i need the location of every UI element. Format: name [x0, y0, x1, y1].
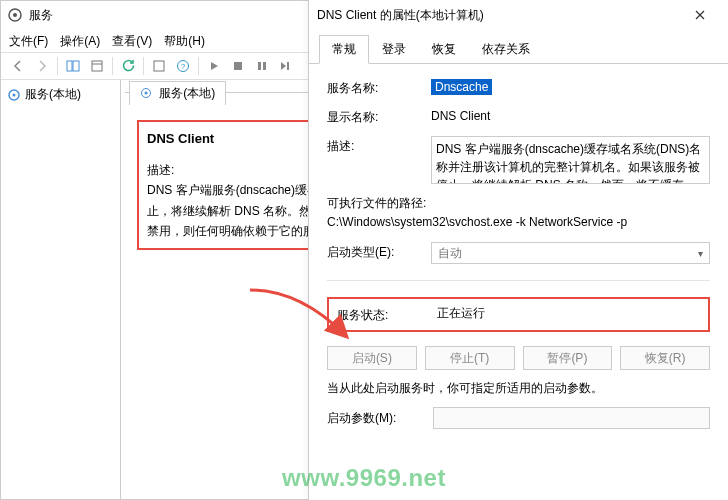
fwd-button[interactable]: [31, 55, 53, 77]
help-button[interactable]: ?: [172, 55, 194, 77]
services-icon: [7, 7, 23, 23]
label-exe-path: 可执行文件的路径:: [327, 194, 710, 213]
stop-svc-button[interactable]: [227, 55, 249, 77]
svg-rect-12: [287, 62, 289, 70]
properties-dialog: DNS Client 的属性(本地计算机) 常规 登录 恢复 依存关系 服务名称…: [308, 0, 728, 500]
content-tab[interactable]: 服务(本地): [129, 81, 226, 105]
menu-help[interactable]: 帮助(H): [164, 33, 205, 50]
export-button[interactable]: [148, 55, 170, 77]
svg-rect-11: [263, 62, 266, 70]
svg-point-14: [13, 93, 16, 96]
start-params-input[interactable]: [433, 407, 710, 429]
pause-button[interactable]: 暂停(P): [523, 346, 613, 370]
menu-action[interactable]: 操作(A): [60, 33, 100, 50]
svg-text:?: ?: [181, 62, 186, 71]
service-status-box: 服务状态: 正在运行: [327, 297, 710, 332]
svg-rect-6: [154, 61, 164, 71]
menu-file[interactable]: 文件(F): [9, 33, 48, 50]
pause-svc-button[interactable]: [251, 55, 273, 77]
nav-root-label: 服务(本地): [25, 86, 81, 103]
svg-rect-10: [258, 62, 261, 70]
svg-rect-2: [67, 61, 72, 71]
show-hide-button[interactable]: [62, 55, 84, 77]
menu-view[interactable]: 查看(V): [112, 33, 152, 50]
label-description: 描述:: [327, 136, 427, 155]
label-start-params: 启动参数(M):: [327, 410, 427, 427]
start-svc-button[interactable]: [203, 55, 225, 77]
startup-note: 当从此处启动服务时，你可指定所适用的启动参数。: [327, 380, 710, 397]
gear-icon: [7, 88, 21, 102]
chevron-down-icon: ▾: [698, 248, 703, 259]
value-service-name[interactable]: Dnscache: [431, 79, 492, 95]
svg-point-1: [13, 13, 17, 17]
svg-point-16: [145, 92, 148, 95]
tab-logon[interactable]: 登录: [369, 35, 419, 64]
dialog-tabs: 常规 登录 恢复 依存关系: [309, 34, 728, 64]
startup-type-combo[interactable]: 自动 ▾: [431, 242, 710, 264]
value-service-status: 正在运行: [437, 305, 485, 324]
label-startup-type: 启动类型(E):: [327, 242, 427, 261]
label-service-name: 服务名称:: [327, 78, 427, 97]
back-button[interactable]: [7, 55, 29, 77]
nav-root[interactable]: 服务(本地): [5, 84, 116, 105]
properties-button[interactable]: [86, 55, 108, 77]
resume-button[interactable]: 恢复(R): [620, 346, 710, 370]
value-display-name: DNS Client: [431, 107, 710, 123]
restart-svc-button[interactable]: [275, 55, 297, 77]
dialog-title: DNS Client 的属性(本地计算机): [317, 7, 680, 24]
close-button[interactable]: [680, 1, 720, 29]
svg-rect-9: [234, 62, 242, 70]
tab-general[interactable]: 常规: [319, 35, 369, 64]
gear-icon: [140, 87, 152, 99]
nav-pane: 服务(本地): [1, 80, 121, 499]
content-tab-label: 服务(本地): [159, 86, 215, 100]
svg-rect-3: [73, 61, 79, 71]
watermark: www.9969.net: [282, 464, 446, 492]
svg-rect-4: [92, 61, 102, 71]
annotation-arrow: [240, 280, 360, 373]
tab-deps[interactable]: 依存关系: [469, 35, 543, 64]
tab-recovery[interactable]: 恢复: [419, 35, 469, 64]
description-box[interactable]: DNS 客户端服务(dnscache)缓存域名系统(DNS)名称并注册该计算机的…: [431, 136, 710, 184]
label-display-name: 显示名称:: [327, 107, 427, 126]
value-exe-path: C:\Windows\system32\svchost.exe -k Netwo…: [327, 213, 710, 232]
refresh-button[interactable]: [117, 55, 139, 77]
mmc-title: 服务: [29, 7, 53, 24]
stop-button[interactable]: 停止(T): [425, 346, 515, 370]
startup-type-value: 自动: [438, 245, 462, 262]
